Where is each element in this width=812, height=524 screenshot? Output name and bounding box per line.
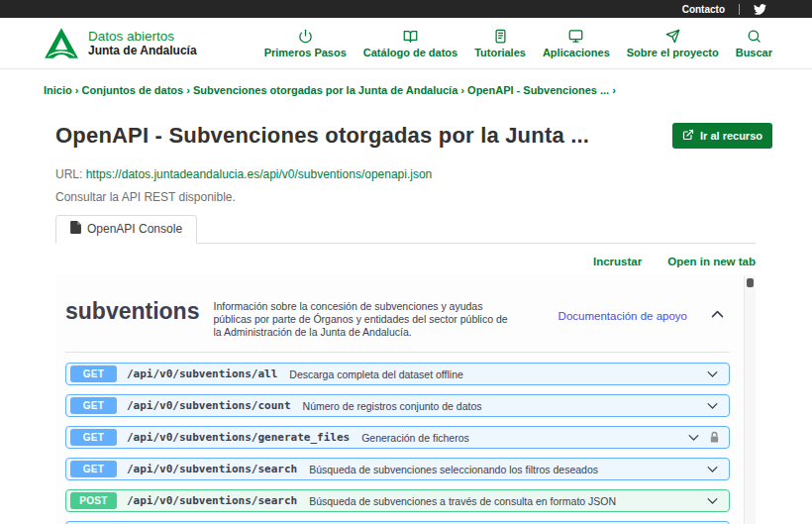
page-title: OpenAPI - Subvenciones otorgadas por la … [55,123,589,149]
console-scrollbar[interactable] [744,275,756,524]
site-header: Datos abiertos Junta de Andalucía Primer… [0,18,812,69]
breadcrumb: Inicio Conjuntos de datos Subvenciones o… [44,84,768,96]
contact-link[interactable]: Contacto [682,4,725,15]
api-section-header: subventions Información sobre la concesi… [65,275,730,339]
method-badge: GET [70,397,117,414]
resource-url-line: URL: https://datos.juntadeandalucia.es/a… [55,167,772,181]
endpoint-summary: Generación de ficheros [361,432,469,444]
console-scrollbar-thumb[interactable] [747,278,754,287]
nav-item-buscar[interactable]: Buscar [736,29,772,58]
resource-button-label: Ir al recurso [700,130,762,142]
resource-url-link[interactable]: https://datos.juntadeandalucia.es/api/v0… [86,167,433,181]
nav-item-aplicaciones[interactable]: Aplicaciones [543,29,610,58]
endpoint-summary: Número de registros conjunto de datos [303,400,482,412]
endpoint-path: /api/v0/subventions/all [127,367,277,380]
open-in-new-tab-link[interactable]: Open in new tab [667,256,756,267]
tab-bar: OpenAPI Console [55,215,756,244]
endpoint-row-generate-files[interactable]: GET /api/v0/subventions/generate_files G… [65,426,730,449]
nav-item-tutoriales[interactable]: Tutoriales [474,29,526,58]
endpoint-row-search-post[interactable]: POST /api/v0/subventions/search Búsqueda… [65,489,730,512]
method-badge: POST [70,492,117,509]
endpoint-path: /api/v0/subventions/search [127,494,297,507]
api-section-title: subventions [65,298,199,324]
file-icon [70,221,81,237]
method-badge: GET [70,429,117,446]
nav-label: Sobre el proyecto [627,47,719,58]
breadcrumb-conjuntos[interactable]: Conjuntos de datos [82,84,193,96]
section-collapse-button[interactable] [709,306,726,326]
chevron-down-icon[interactable] [705,398,720,413]
method-badge: GET [70,366,117,382]
chevron-down-icon[interactable] [686,430,701,445]
endpoint-summary: Descarga completa del dataset offline [289,368,463,380]
nav-item-sobre-el-proyecto[interactable]: Sobre el proyecto [627,29,719,58]
endpoint-row-all[interactable]: GET /api/v0/subventions/all Descarga com… [65,363,730,385]
paper-plane-icon [665,29,680,44]
tab-openapi-console[interactable]: OpenAPI Console [55,215,197,244]
nav-label: Tutoriales [474,47,526,58]
junta-andalucia-a-logo [44,27,79,59]
frame-actions: Incrustar Open in new tab [44,256,756,267]
section-divider [65,352,730,353]
external-link-icon [682,129,694,143]
url-label: URL: [55,167,82,181]
chevron-up-icon [709,311,726,326]
breadcrumb-openapi[interactable]: OpenAPI - Subvenciones ... [467,84,616,96]
main-content: OpenAPI - Subvenciones otorgadas por la … [44,123,772,524]
method-badge: GET [70,461,117,477]
main-nav: Primeros Pasos Catálogo de datos Tutoria… [264,29,772,58]
page-subtitle: Consultar la API REST disponible. [55,190,772,204]
chevron-down-icon[interactable] [705,493,720,508]
breadcrumb-subvenciones[interactable]: Subvenciones otorgadas por la Junta de A… [193,84,467,96]
support-documentation-link[interactable]: Documentación de apoyo [558,310,687,322]
twitter-icon[interactable] [754,3,766,16]
chevron-down-icon[interactable] [705,367,720,381]
brand-title: Datos abiertos [88,29,197,44]
tab-label: OpenAPI Console [87,222,182,236]
open-book-icon [403,29,418,44]
go-to-resource-button[interactable]: Ir al recurso [672,123,772,149]
topbar-divider [739,4,740,15]
chevron-down-icon[interactable] [705,462,720,476]
tablet-reader-icon [493,29,508,44]
endpoint-path: /api/v0/subventions/generate_files [127,431,350,444]
endpoint-path: /api/v0/subventions/search [127,463,297,475]
nav-label: Aplicaciones [543,47,610,58]
nav-label: Catálogo de datos [363,47,457,58]
nav-item-primeros-pasos[interactable]: Primeros Pasos [264,29,347,58]
monitor-icon [568,29,583,44]
endpoint-row-count[interactable]: GET /api/v0/subventions/count Número de … [65,394,730,417]
breadcrumb-inicio[interactable]: Inicio [44,84,82,96]
endpoint-row-search-get[interactable]: GET /api/v0/subventions/search Búsqueda … [65,458,730,480]
lock-icon[interactable] [709,431,720,444]
endpoint-path: /api/v0/subventions/count [127,399,291,412]
endpoint-summary: Búsqueda de subvenciones a través de con… [309,495,616,507]
nav-label: Buscar [736,47,772,58]
brand-subtitle: Junta de Andalucía [88,44,197,57]
nav-item-catalogo[interactable]: Catálogo de datos [363,29,457,58]
power-icon [298,29,313,44]
brand[interactable]: Datos abiertos Junta de Andalucía [44,27,197,59]
search-icon [747,29,761,44]
api-section-description: Información sobre la concesión de subven… [213,300,515,339]
nav-label: Primeros Pasos [264,47,347,58]
endpoint-summary: Búsqueda de subvenciones seleccionando l… [309,464,598,475]
openapi-console-frame: subventions Información sobre la concesi… [55,275,756,524]
embed-link[interactable]: Incrustar [593,256,642,267]
utility-topbar: Contacto [0,0,812,18]
